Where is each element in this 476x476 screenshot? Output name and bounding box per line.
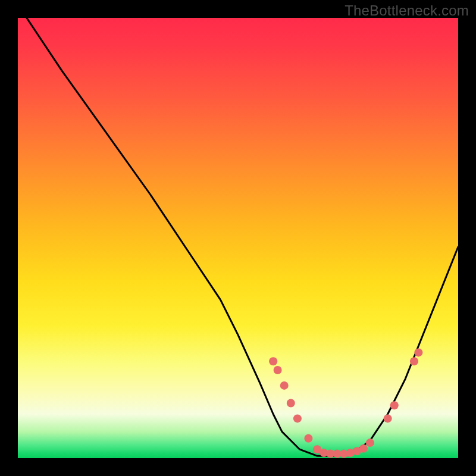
bottleneck-curve (27, 18, 458, 456)
chart-marker (287, 399, 295, 408)
watermark-text: TheBottleneck.com (345, 2, 469, 19)
chart-marker (304, 434, 312, 443)
chart-marker (269, 357, 277, 365)
chart-marker (390, 401, 399, 409)
chart-marker (414, 348, 422, 356)
chart-plot-area (18, 18, 458, 458)
chart-frame: TheBottleneck.com (0, 0, 476, 476)
chart-marker (359, 444, 368, 453)
chart-marker (274, 366, 282, 374)
chart-marker (366, 439, 374, 447)
chart-marker (410, 357, 418, 365)
chart-marker (293, 414, 302, 422)
chart-marker (384, 414, 392, 422)
chart-svg (18, 18, 458, 458)
chart-marker (280, 381, 289, 390)
